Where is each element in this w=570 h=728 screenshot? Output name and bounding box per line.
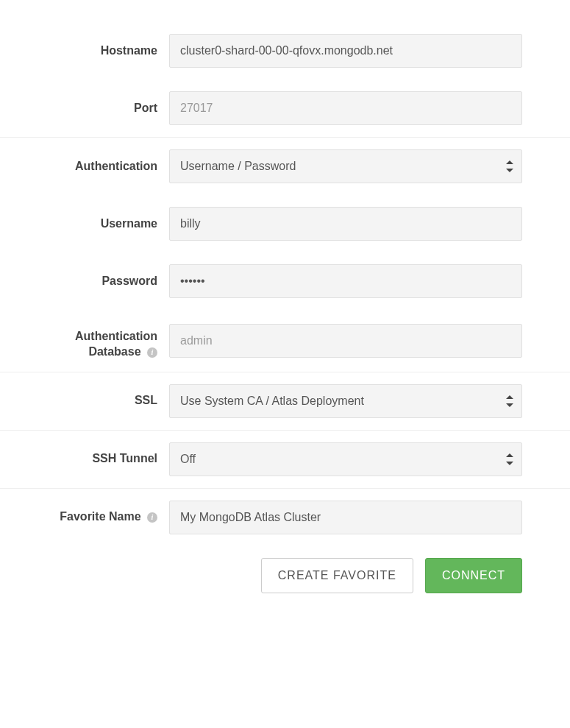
auth-label: Authentication xyxy=(0,159,169,174)
connect-button[interactable]: CONNECT xyxy=(425,558,522,593)
ssl-select[interactable]: Use System CA / Atlas Deployment xyxy=(169,384,522,418)
ssh-select[interactable]: Off xyxy=(169,442,522,476)
create-favorite-button[interactable]: CREATE FAVORITE xyxy=(261,558,413,593)
authdb-row: Authentication Database i xyxy=(0,310,570,372)
authdb-label-line2: Database xyxy=(88,345,140,358)
info-icon[interactable]: i xyxy=(147,347,157,358)
ssl-label: SSL xyxy=(0,393,169,409)
username-input[interactable] xyxy=(169,207,522,241)
auth-select-value: Username / Password xyxy=(169,149,522,183)
auth-select[interactable]: Username / Password xyxy=(169,149,522,183)
ssh-label: SSH Tunnel xyxy=(0,451,169,467)
port-input[interactable] xyxy=(169,91,522,125)
authdb-label-line1: Authentication xyxy=(75,330,157,342)
password-label: Password xyxy=(0,274,169,289)
ssl-select-value: Use System CA / Atlas Deployment xyxy=(169,384,522,418)
username-row: Username xyxy=(0,195,570,252)
port-row: Port xyxy=(0,79,570,137)
button-row: CREATE FAVORITE CONNECT xyxy=(0,546,570,615)
hostname-label: Hostname xyxy=(0,43,169,59)
authdb-input[interactable] xyxy=(169,324,522,358)
password-input[interactable] xyxy=(169,264,522,298)
ssl-section: SSL Use System CA / Atlas Deployment xyxy=(0,372,570,431)
favorite-name-label: Favorite Name i xyxy=(0,509,169,525)
password-row: Password xyxy=(0,252,570,310)
favorite-section: Favorite Name i CREATE FAVORITE CONNECT xyxy=(0,489,570,615)
authdb-label: Authentication Database i xyxy=(0,322,169,360)
ssh-section: SSH Tunnel Off xyxy=(0,431,570,489)
favorite-name-input[interactable] xyxy=(169,501,522,534)
auth-row: Authentication Username / Password xyxy=(0,138,570,195)
hostname-row: Hostname xyxy=(0,22,570,79)
host-section: Hostname Port xyxy=(0,0,570,138)
favorite-name-label-text: Favorite Name xyxy=(60,510,140,523)
ssh-row: SSH Tunnel Off xyxy=(0,431,570,488)
hostname-input[interactable] xyxy=(169,34,522,68)
ssh-select-value: Off xyxy=(169,442,522,476)
port-label: Port xyxy=(0,101,169,116)
username-label: Username xyxy=(0,216,169,232)
info-icon[interactable]: i xyxy=(147,512,157,523)
favorite-name-row: Favorite Name i xyxy=(0,489,570,546)
ssl-row: SSL Use System CA / Atlas Deployment xyxy=(0,372,570,430)
auth-section: Authentication Username / Password Usern… xyxy=(0,138,570,372)
